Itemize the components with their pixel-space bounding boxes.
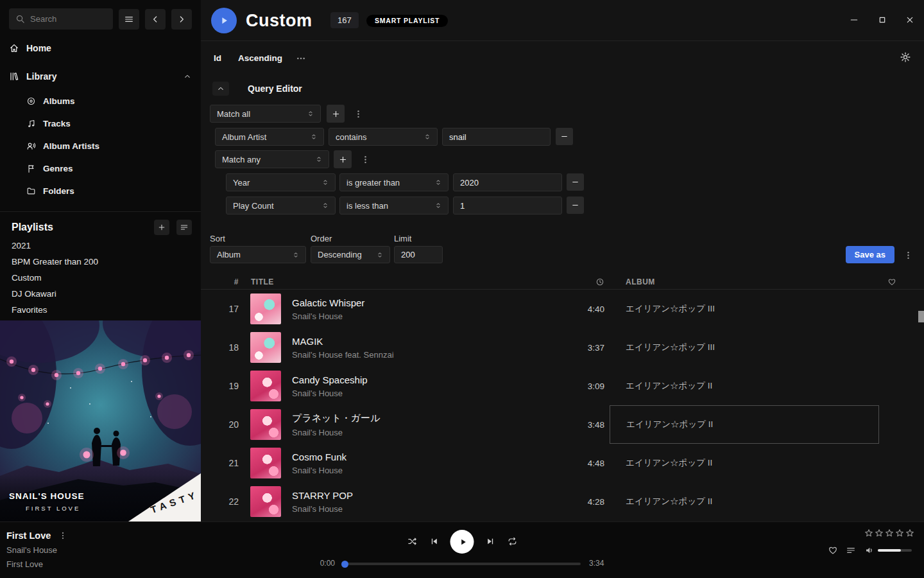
play-pause-button[interactable] xyxy=(450,530,474,554)
star-icon[interactable] xyxy=(864,528,874,538)
sort-select[interactable]: Album xyxy=(210,246,306,263)
queue-button[interactable] xyxy=(845,545,856,556)
scrollbar-thumb[interactable] xyxy=(918,311,924,322)
match-mode-value: Match any xyxy=(222,155,261,164)
track-album[interactable]: エイリアン☆ポップ II xyxy=(610,482,879,521)
rule-value-input[interactable] xyxy=(453,173,562,191)
query-editor-collapse-button[interactable] xyxy=(212,82,229,96)
volume-button[interactable] xyxy=(864,545,875,556)
table-row[interactable]: 22 STARRY POP Snail's House 4:28 エイリアン☆ポ… xyxy=(201,482,924,521)
rule-field-value: Year xyxy=(233,178,250,188)
header-number[interactable]: # xyxy=(210,277,246,286)
playlist-item[interactable]: DJ Okawari xyxy=(0,286,201,302)
playlist-item[interactable]: 2021 xyxy=(0,238,201,254)
playlist-item[interactable]: Custom xyxy=(0,270,201,286)
add-rule-button[interactable] xyxy=(334,150,352,168)
save-menu-button[interactable] xyxy=(901,246,915,264)
rule-operator-select[interactable]: is greater than xyxy=(339,173,449,191)
shuffle-button[interactable] xyxy=(407,536,418,547)
play-playlist-button[interactable] xyxy=(211,8,237,33)
minimize-button[interactable] xyxy=(848,15,860,26)
library-subitem[interactable]: Album Artists xyxy=(0,135,201,157)
seek-handle[interactable] xyxy=(341,561,348,568)
order-select[interactable]: Descending xyxy=(311,246,390,263)
library-subitem[interactable]: Genres xyxy=(0,157,201,180)
rule-field-select[interactable]: Album Artist xyxy=(215,128,324,146)
add-rule-button[interactable] xyxy=(327,105,345,123)
rule-field-select[interactable]: Year xyxy=(226,173,336,191)
track-artist: Snail's House xyxy=(292,428,558,437)
star-icon[interactable] xyxy=(884,528,894,538)
playlist-item[interactable]: BPM Greater than 200 xyxy=(0,254,201,270)
library-subitem[interactable]: Folders xyxy=(0,180,201,202)
maximize-button[interactable] xyxy=(877,15,888,26)
now-playing-album[interactable]: First Love xyxy=(6,559,67,569)
chevron-up-icon[interactable] xyxy=(183,72,192,81)
minus-icon xyxy=(570,200,580,210)
match-mode-select[interactable]: Match any xyxy=(215,150,329,168)
star-icon[interactable] xyxy=(905,528,915,538)
table-row[interactable]: 19 Candy Spaceship Snail's House 3:09 エイ… xyxy=(201,367,924,405)
nav-forward-button[interactable] xyxy=(171,9,192,30)
rule-operator-select[interactable]: contains xyxy=(329,128,438,146)
match-mode-select[interactable]: Match all xyxy=(210,105,321,123)
repeat-button[interactable] xyxy=(507,536,518,547)
menu-button[interactable] xyxy=(119,9,139,30)
remove-rule-button[interactable] xyxy=(567,173,584,191)
track-album[interactable]: エイリアン☆ポップ III xyxy=(610,290,879,328)
star-icon[interactable] xyxy=(894,528,905,538)
more-options-icon[interactable] xyxy=(296,53,306,64)
now-playing-art[interactable]: SNAIL'S HOUSE FIRST LOVE TASTY xyxy=(0,320,201,521)
search-box[interactable] xyxy=(9,8,113,30)
header-album[interactable]: ALBUM xyxy=(610,277,879,286)
volume-slider[interactable] xyxy=(878,549,912,552)
favorite-button[interactable] xyxy=(827,545,838,556)
track-duration: 3:37 xyxy=(558,343,610,353)
menu-icon xyxy=(124,14,134,24)
rule-field-select[interactable]: Play Count xyxy=(226,197,336,215)
sidebar-item-home[interactable]: Home xyxy=(0,39,201,58)
remove-rule-button[interactable] xyxy=(556,128,573,145)
group-menu-button[interactable] xyxy=(358,150,372,168)
previous-button[interactable] xyxy=(429,536,440,547)
library-subitem[interactable]: Albums xyxy=(0,90,201,112)
track-album[interactable]: エイリアン☆ポップ III xyxy=(610,328,879,367)
playlist-options-button[interactable] xyxy=(176,220,192,235)
gear-icon[interactable] xyxy=(900,51,911,63)
rule-operator-select[interactable]: is less than xyxy=(339,197,449,215)
search-input[interactable] xyxy=(30,14,107,24)
track-album[interactable]: エイリアン☆ポップ II xyxy=(610,444,879,482)
plus-icon xyxy=(331,109,341,119)
track-number: 18 xyxy=(210,342,246,353)
library-subitem[interactable]: Tracks xyxy=(0,112,201,135)
remove-rule-button[interactable] xyxy=(567,197,584,214)
limit-input[interactable] xyxy=(394,246,443,263)
nav-back-button[interactable] xyxy=(145,9,166,30)
table-row[interactable]: 21 Cosmo Funk Snail's House 4:48 エイリアン☆ポ… xyxy=(201,444,924,482)
rule-value-input[interactable] xyxy=(453,197,562,215)
seek-bar[interactable] xyxy=(343,563,581,565)
star-icon[interactable] xyxy=(874,528,884,538)
track-album[interactable]: エイリアン☆ポップ II xyxy=(610,405,879,444)
next-button[interactable] xyxy=(485,536,496,547)
sidebar-item-library[interactable]: Library xyxy=(0,67,201,86)
group-menu-button[interactable] xyxy=(351,105,365,123)
table-row[interactable]: 18 MAGIK Snail's House feat. Sennzai 3:3… xyxy=(201,328,924,367)
add-playlist-button[interactable] xyxy=(154,220,169,235)
save-as-button[interactable]: Save as xyxy=(846,246,894,263)
close-button[interactable] xyxy=(904,15,916,26)
track-album[interactable]: エイリアン☆ポップ II xyxy=(610,367,879,405)
sort-field-button[interactable]: Id xyxy=(214,53,221,63)
now-playing-title[interactable]: First Love xyxy=(6,530,51,541)
header-title[interactable]: TITLE xyxy=(246,277,292,286)
table-row[interactable]: 20 プラネット・ガール Snail's House 3:48 エイリアン☆ポッ… xyxy=(201,405,924,444)
header-duration[interactable] xyxy=(558,277,610,286)
rule-value-input[interactable] xyxy=(442,128,551,146)
playlist-item[interactable]: Favorites xyxy=(0,302,201,318)
sort-direction-button[interactable]: Ascending xyxy=(238,53,282,63)
track-number: 19 xyxy=(210,381,246,391)
now-playing-artist[interactable]: Snail's House xyxy=(6,545,67,555)
header-favorite[interactable] xyxy=(879,277,905,286)
track-menu-icon[interactable] xyxy=(58,531,67,540)
table-row[interactable]: 17 Galactic Whisper Snail's House 4:40 エ… xyxy=(201,290,924,328)
